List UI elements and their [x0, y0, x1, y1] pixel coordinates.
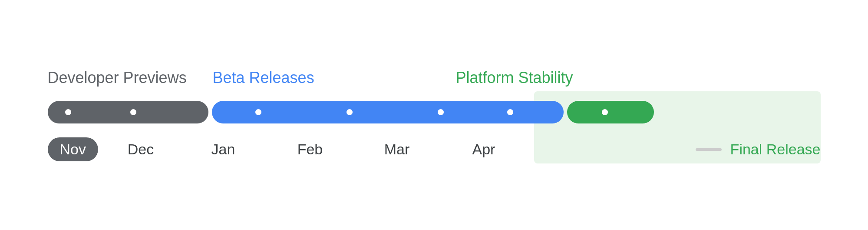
beta-bar — [212, 101, 564, 123]
month-dec: Dec — [102, 141, 180, 158]
bar-row — [48, 100, 821, 124]
beta-dot-3 — [438, 109, 444, 115]
month-mar: Mar — [353, 141, 440, 158]
beta-dot-1 — [255, 109, 261, 115]
beta-dot-4 — [507, 109, 513, 115]
final-release-legend: Final Release — [730, 141, 821, 158]
final-release-bar — [567, 101, 654, 123]
dev-previews-label: Developer Previews — [48, 69, 213, 87]
beta-releases-label: Beta Releases — [213, 69, 456, 87]
month-nov: Nov — [48, 137, 98, 161]
month-apr: Apr — [440, 141, 527, 158]
dev-preview-bar — [48, 101, 208, 123]
labels-row: Developer Previews Beta Releases Platfor… — [48, 69, 821, 87]
month-feb: Feb — [267, 141, 353, 158]
dev-dot-2 — [130, 109, 136, 115]
timeline-container: Developer Previews Beta Releases Platfor… — [30, 60, 838, 170]
dev-dot-1 — [65, 109, 71, 115]
beta-dot-2 — [347, 109, 353, 115]
month-jan: Jan — [180, 141, 267, 158]
platform-stability-label: Platform Stability — [456, 69, 821, 87]
final-dot-1 — [602, 109, 608, 115]
legend-dash — [696, 148, 722, 151]
months-row: Nov Dec Jan Feb Mar Apr Final Release — [48, 137, 821, 161]
